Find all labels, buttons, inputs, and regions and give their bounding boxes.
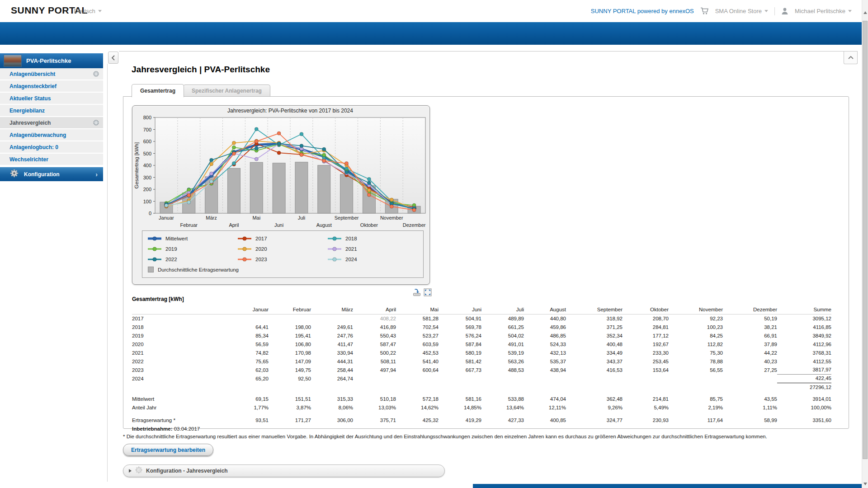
user-icon [781, 7, 788, 15]
content-frame-left [107, 64, 108, 482]
sidebar-item-energiebilanz[interactable]: Energiebilanz [0, 105, 103, 116]
collapse-content-button[interactable] [844, 52, 858, 64]
expectation-row: Ertragserwartung *93,51171,27306,00375,7… [132, 416, 831, 424]
fullscreen-icon[interactable] [424, 288, 432, 296]
legend-grid: Mittelwert201720182019202020212022202320… [148, 235, 418, 262]
plant-thumbnail [4, 55, 22, 67]
language-selector[interactable]: Deutsch [74, 8, 102, 14]
edit-expectation-button[interactable]: Ertragserwartung bearbeiten [123, 444, 213, 456]
user-name: Michael Perlitschke [795, 8, 845, 14]
commissioning-row: Inbetriebnahme: 03.04.2017 [132, 424, 831, 433]
sidebar-item-aktueller-status[interactable]: Aktueller Status [0, 93, 103, 104]
cart-icon [700, 7, 709, 15]
tab-gesamtertrag[interactable]: Gesamtertrag [132, 84, 184, 97]
sidebar-item-konfiguration[interactable]: Konfiguration › [0, 167, 103, 181]
sidebar-item-label: Energiebilanz [9, 108, 45, 114]
globe-icon [93, 71, 99, 78]
stat-row: Mittelwert69,15151,51315,33510,18572,185… [132, 394, 831, 403]
language-label: Deutsch [74, 8, 95, 14]
collapse-sidebar-button[interactable] [108, 52, 118, 64]
plant-header[interactable]: PVA-Perlitschke [0, 53, 103, 68]
sidebar: PVA-Perlitschke Anlagenübersicht Anlagen… [0, 53, 103, 181]
svg-text:Jahresvergleich: PVA-Perlitsch: Jahresvergleich: PVA-Perlitschke von 201… [227, 108, 353, 114]
year-row: 201985,34195,41247,76550,43523,27576,245… [132, 331, 831, 340]
konfiguration-label: Konfiguration [24, 171, 60, 178]
svg-text:Februar: Februar [180, 222, 198, 228]
chevron-left-icon [111, 55, 115, 61]
sidebar-item-jahresvergleich[interactable]: Jahresvergleich [0, 117, 103, 128]
sidebar-item-label: Anlagenüberwachung [9, 132, 66, 138]
sidebar-item-label: Anlagenlogbuch: 0 [9, 144, 58, 150]
legend-item: 2024 [328, 256, 418, 262]
column-header: Dezember [723, 305, 777, 314]
top-right-menu: SUNNY PORTAL powered by ennexOS SMA Onli… [591, 0, 852, 22]
svg-text:März: März [206, 215, 217, 221]
export-chart-icon[interactable] [413, 288, 421, 296]
globe-icon [93, 120, 99, 127]
sidebar-item-anlagensteckbrief[interactable]: Anlagensteckbrief [0, 80, 103, 92]
sidebar-item-wechselrichter[interactable]: Wechselrichter [0, 154, 103, 165]
powered-by-link[interactable]: SUNNY PORTAL powered by ennexOS [591, 8, 694, 14]
year-row: 2017408,22581,28504,91489,89440,80318,92… [132, 314, 831, 323]
svg-text:November: November [380, 215, 403, 221]
svg-text:Gesamtertrag [kWh]: Gesamtertrag [kWh] [134, 142, 139, 189]
column-header: September [566, 305, 623, 314]
divider [774, 7, 775, 15]
chevron-down-icon [98, 10, 102, 12]
sidebar-item-anlagenlogbuch[interactable]: Anlagenlogbuch: 0 [0, 141, 103, 153]
store-selector[interactable]: SMA Online Store [715, 8, 768, 14]
chart-toolbar [413, 288, 432, 296]
header-band [0, 22, 868, 45]
column-header: Mai [396, 305, 439, 314]
svg-text:April: April [229, 222, 239, 228]
sidebar-item-anlagenuebersicht[interactable]: Anlagenübersicht [0, 68, 103, 80]
sidebar-item-label: Wechselrichter [9, 156, 48, 163]
scroll-down-arrow[interactable] [863, 483, 867, 485]
footer-strip [473, 484, 862, 488]
vertical-scrollbar[interactable] [862, 0, 868, 488]
svg-text:800: 800 [143, 115, 151, 120]
content-frame-top [119, 51, 858, 52]
svg-text:Dezember: Dezember [403, 222, 426, 228]
chevron-right-icon: › [95, 171, 98, 178]
chevron-down-icon [764, 10, 768, 12]
svg-text:Mai: Mai [252, 215, 260, 221]
plant-name: PVA-Perlitschke [26, 57, 71, 64]
top-bar: SUNNY PORTAL Deutsch SUNNY PORTAL powere… [0, 0, 868, 22]
svg-text:500: 500 [143, 151, 151, 156]
footnote: * Die durchschnittliche Ertragserwartung… [123, 434, 846, 439]
legend-item: 2021 [328, 246, 418, 252]
column-header: Januar [209, 305, 269, 314]
scrollbar-thumb[interactable] [863, 21, 868, 459]
legend-item: 2018 [328, 235, 418, 241]
sidebar-item-label: Aktueller Status [9, 95, 51, 102]
column-header: April [353, 305, 396, 314]
svg-text:Juni: Juni [274, 222, 283, 228]
user-menu[interactable]: Michael Perlitschke [795, 8, 852, 14]
column-header: Februar [269, 305, 311, 314]
svg-text:Juli: Juli [298, 215, 306, 221]
legend-item: 2022 [148, 256, 238, 262]
sidebar-item-label: Anlagensteckbrief [9, 83, 57, 89]
expand-arrow-icon [129, 469, 132, 473]
column-header: März [311, 305, 353, 314]
config-jahresvergleich-panel[interactable]: Konfiguration - Jahresvergleich [123, 465, 445, 477]
scroll-up-arrow[interactable] [863, 11, 867, 14]
column-header: August [524, 305, 566, 314]
sidebar-item-label: Jahresvergleich [9, 120, 51, 126]
year-row: 201864,41198,00249,61416,89702,54569,786… [132, 323, 831, 331]
year-comparison-chart: 0100200300400500600700800Jahresvergleich… [132, 105, 430, 285]
svg-text:Oktober: Oktober [360, 222, 378, 228]
yield-table: JanuarFebruarMärzAprilMaiJuniJuliAugustS… [132, 305, 831, 433]
legend-item: 2019 [148, 246, 238, 252]
column-header: Juni [439, 305, 481, 314]
gear-icon [10, 169, 19, 179]
column-header: Summe [777, 305, 831, 314]
sidebar-item-anlagenueberwachung[interactable]: Anlagenüberwachung [0, 129, 103, 141]
svg-text:Januar: Januar [159, 215, 174, 221]
tab-label: Gesamtertrag [140, 88, 175, 94]
tab-spezifischer-anlagenertrag[interactable]: Spezifischer Anlagenertrag [183, 84, 270, 97]
panel-gear-icon [135, 466, 142, 475]
stat-row: Anteil Jahr1,77%3,87%8,06%13,03%14,62%14… [132, 403, 831, 412]
svg-text:400: 400 [143, 163, 151, 168]
